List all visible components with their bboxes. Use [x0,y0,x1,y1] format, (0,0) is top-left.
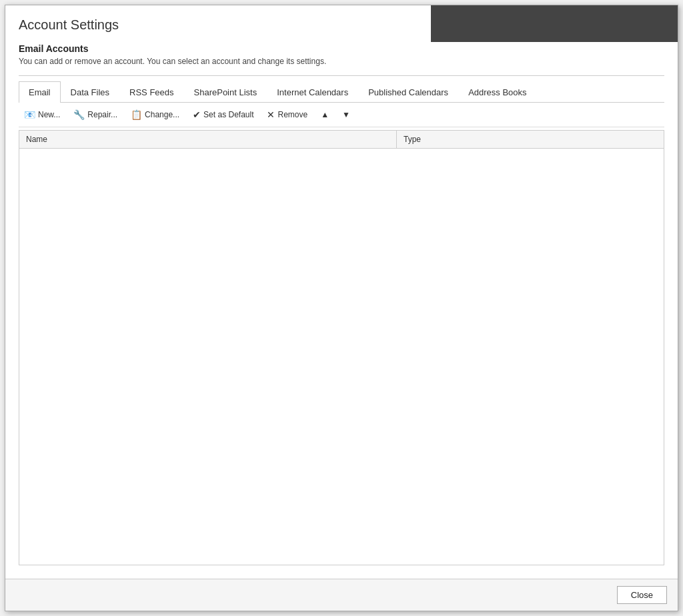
new-label: New... [38,110,60,119]
list-header: Name Type [19,131,664,149]
tab-rss-feeds[interactable]: RSS Feeds [119,81,183,103]
section-title: Email Accounts [19,43,664,54]
close-button[interactable]: Close [617,586,667,604]
tab-internet-calendars[interactable]: Internet Calendars [267,81,358,103]
change-label: Change... [145,110,179,119]
new-icon: 📧 [24,109,35,120]
tabs-container: Email Data Files RSS Feeds SharePoint Li… [19,81,664,103]
remove-icon: ✕ [267,109,275,120]
tab-email[interactable]: Email [19,81,61,103]
window-header: Account Settings Email Accounts You can … [5,5,678,81]
tab-published-calendars[interactable]: Published Calendars [358,81,458,103]
main-window: Account Settings Email Accounts You can … [5,5,678,611]
section-desc: You can add or remove an account. You ca… [19,57,664,66]
move-up-button[interactable]: ▲ [315,107,334,122]
up-label: ▲ [321,110,329,119]
tab-address-books[interactable]: Address Books [458,81,536,103]
content-area: Email Data Files RSS Feeds SharePoint Li… [5,81,678,579]
set-default-icon: ✔ [193,109,201,120]
repair-icon: 🔧 [73,109,85,120]
toolbar: 📧 New... 🔧 Repair... 📋 Change... ✔ Set a… [19,103,664,127]
down-label: ▼ [342,110,350,119]
repair-label: Repair... [87,110,117,119]
remove-label: Remove [277,110,307,119]
col-header-name: Name [19,131,397,148]
tab-sharepoint-lists[interactable]: SharePoint Lists [184,81,267,103]
change-button[interactable]: 📋 Change... [125,107,185,123]
move-down-button[interactable]: ▼ [337,107,356,122]
list-body [19,149,664,565]
set-default-button[interactable]: ✔ Set as Default [187,107,259,123]
list-area: Name Type [19,130,664,565]
new-button[interactable]: 📧 New... [19,107,65,123]
window-footer: Close [5,579,678,611]
repair-button[interactable]: 🔧 Repair... [68,107,123,123]
remove-button[interactable]: ✕ Remove [261,107,313,123]
change-icon: 📋 [131,109,142,120]
col-header-type: Type [397,131,664,148]
window-title: Account Settings [19,17,664,33]
set-default-label: Set as Default [203,110,253,119]
header-divider [19,75,664,76]
tab-data-files[interactable]: Data Files [61,81,120,103]
